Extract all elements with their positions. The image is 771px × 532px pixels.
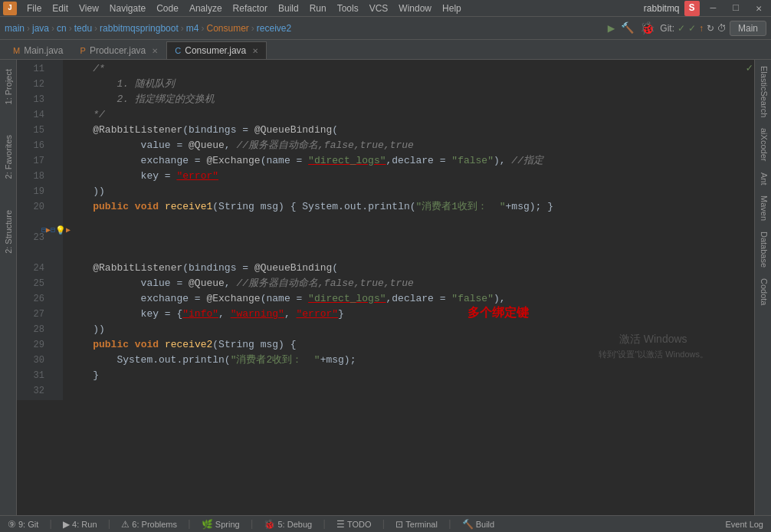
main-content: 1: Project 2: Favorites 2: Structure ✓ 1… [0, 60, 771, 515]
status-terminal-label: Terminal [405, 520, 438, 529]
status-debug-label: 5: Debug [277, 520, 312, 529]
status-todo[interactable]: ☰ TODO [333, 519, 375, 530]
code-line-13: 2. 指定绑定的交换机 [69, 92, 748, 107]
left-panel[interactable]: 1: Project 2: Favorites 2: Structure [0, 60, 17, 515]
tab-close-consumer[interactable]: ✕ [252, 47, 258, 55]
minimize-button[interactable]: — [704, 2, 723, 14]
menu-build[interactable]: Build [273, 2, 304, 15]
breadcrumb-rabbitmq[interactable]: rabbitmqspringboot [100, 23, 179, 34]
code-line-21 [69, 215, 748, 230]
git-history: ⏱ [717, 23, 727, 34]
code-line-16: value = @Queue, //服务器自动命名,false,true,tru… [69, 138, 748, 153]
sidebar-tab-codota[interactable]: Codota [756, 274, 770, 310]
annotation-multi-key: 多个绑定键 [468, 305, 702, 320]
status-git-label: 9: Git [18, 520, 38, 529]
menu-view[interactable]: View [74, 2, 104, 15]
tab-icon-main: M [13, 46, 20, 55]
git-label: Git: [660, 23, 674, 34]
status-build[interactable]: 🔨 Build [459, 519, 497, 530]
status-debug[interactable]: 🐞 5: Debug [261, 519, 315, 530]
code-line-27: key = {"info", "warning", "error"} 多个绑定键 [69, 307, 748, 322]
right-sidebar: ElasticSearch aiXcoder Ant Maven Databas… [754, 60, 771, 515]
menu-navigate[interactable]: Navigate [104, 2, 151, 15]
menu-run[interactable]: Run [304, 2, 332, 15]
close-button[interactable]: ✕ [750, 2, 768, 15]
check-indicator: ✓ [746, 61, 753, 74]
sidebar-tab-aixcoder[interactable]: aiXcoder [756, 123, 770, 166]
debug-button[interactable]: 🐞 [640, 21, 655, 36]
sidebar-tab-elasticsearch[interactable]: ElasticSearch [756, 61, 770, 122]
code-line-29: public void receive2(String msg) { [69, 337, 748, 353]
status-terminal[interactable]: ⊡ Terminal [392, 519, 441, 530]
status-spring[interactable]: 🌿 Spring [198, 519, 243, 530]
code-line-14: */ [69, 107, 748, 123]
sidebar-tab-database[interactable]: Database [756, 227, 770, 272]
code-line-32 [69, 383, 748, 399]
menu-edit[interactable]: Edit [47, 2, 74, 15]
menu-right: rabbitmq S — □ ✕ [644, 1, 768, 16]
menu-code[interactable]: Code [151, 2, 184, 15]
code-editor[interactable]: /* 1. 随机队列 2. 指定绑定的交换机 */ [63, 60, 754, 400]
code-wrapper: ✓ 11 12 13 14 15 16 17 18 19 20 23 [17, 60, 754, 515]
status-event-log[interactable]: Event Log [722, 520, 766, 529]
status-event-log-label: Event Log [725, 520, 763, 529]
breadcrumb-consumer[interactable]: Consumer [206, 23, 248, 34]
breadcrumb-tedu[interactable]: tedu [74, 23, 92, 34]
code-line-23 [69, 230, 748, 245]
git-icon: ⑨ [8, 519, 16, 530]
status-spring-label: Spring [215, 520, 240, 529]
code-line-25: value = @Queue, //服务器自动命名,false,true,tru… [69, 276, 748, 291]
git-arrow-up: ↑ [699, 23, 704, 34]
menu-help[interactable]: Help [437, 2, 467, 15]
build-status-icon: 🔨 [462, 519, 474, 530]
problems-icon: ⚠ [121, 519, 130, 530]
breadcrumb-receive2[interactable]: receive2 [257, 23, 291, 34]
status-git[interactable]: ⑨ 9: Git [5, 519, 41, 530]
menu-window[interactable]: Window [393, 2, 437, 15]
breadcrumb-java[interactable]: java [32, 23, 49, 34]
maximize-button[interactable]: □ [727, 2, 745, 14]
code-line-18: key = "error" [69, 169, 748, 184]
code-line-26: exchange = @Exchange(name = "direct_logs… [69, 291, 748, 307]
terminal-icon: ⊡ [395, 519, 403, 530]
tab-icon-producer: P [80, 46, 86, 55]
toolbar: main › java › cn › tedu › rabbitmqspring… [0, 17, 771, 40]
code-line-20: public void receive1(String msg) { Syste… [69, 199, 748, 215]
structure-panel-label[interactable]: 2: Structure [4, 210, 13, 254]
tab-main-java[interactable]: M Main.java [5, 41, 72, 59]
tab-label-main: Main.java [24, 45, 63, 56]
favorites-panel-label[interactable]: 2: Favorites [4, 135, 13, 179]
spring-icon: 🌿 [202, 519, 213, 530]
build-button[interactable]: 🔨 [621, 21, 634, 34]
s-logo: S [684, 1, 700, 16]
branch-button[interactable]: Main [730, 21, 766, 36]
menu-vcs[interactable]: VCS [364, 2, 394, 15]
menu-file[interactable]: File [21, 2, 47, 15]
status-problems[interactable]: ⚠ 6: Problems [118, 519, 180, 530]
tab-producer-java[interactable]: P Producer.java ✕ [72, 41, 167, 59]
project-panel-label[interactable]: 1: Project [4, 69, 13, 104]
tab-consumer-java[interactable]: C Consumer.java ✕ [166, 41, 267, 59]
breadcrumb-m4[interactable]: m4 [186, 23, 199, 34]
menu-analyze[interactable]: Analyze [184, 2, 228, 15]
code-line-12: 1. 随机队列 [69, 77, 748, 92]
tab-label-consumer: Consumer.java [185, 45, 246, 56]
tab-close-producer[interactable]: ✕ [152, 47, 158, 55]
menu-tools[interactable]: Tools [332, 2, 364, 15]
breadcrumb: main › java › cn › tedu › rabbitmqspring… [5, 23, 291, 34]
status-run[interactable]: ▶ 4: Run [60, 519, 100, 530]
menu-refactor[interactable]: Refactor [228, 2, 273, 15]
menu-bar: J File Edit View Navigate Code Analyze R… [0, 0, 771, 17]
sidebar-tab-ant[interactable]: Ant [756, 168, 770, 190]
code-line-31: } [69, 368, 748, 383]
breadcrumb-cn[interactable]: cn [57, 23, 67, 34]
debug-icon: 🐞 [264, 519, 275, 530]
code-container[interactable]: 11 12 13 14 15 16 17 18 19 20 23 24 25 2… [17, 60, 754, 400]
breadcrumb-main[interactable]: main [5, 23, 25, 34]
sidebar-tab-maven[interactable]: Maven [756, 191, 770, 225]
status-problems-label: 6: Problems [132, 520, 177, 529]
code-line-28: )) [69, 322, 748, 337]
app-icon: J [3, 2, 17, 15]
git-sync: ↻ [707, 23, 714, 34]
run-button[interactable]: ▶ [608, 21, 615, 36]
